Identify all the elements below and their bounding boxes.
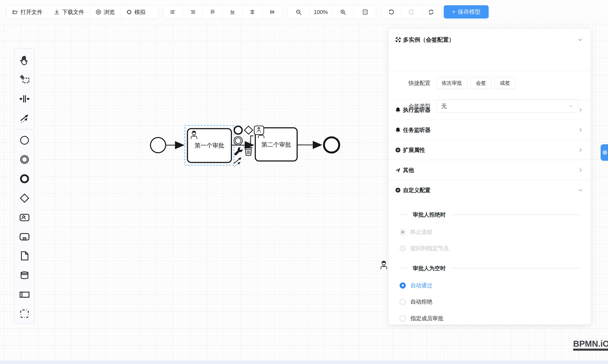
section-label: 任务监听器 bbox=[403, 126, 430, 134]
create-data-store[interactable] bbox=[15, 266, 34, 285]
align-left-icon bbox=[170, 9, 176, 15]
task1-label: 第一个审批 bbox=[195, 142, 224, 149]
radio-terminate-process[interactable]: 终止流程 bbox=[400, 228, 432, 236]
create-call-activity[interactable] bbox=[15, 227, 34, 246]
create-end-event[interactable] bbox=[15, 169, 34, 188]
zoom-in-button[interactable] bbox=[332, 5, 354, 19]
chip-icon bbox=[126, 9, 132, 15]
align-top-button[interactable] bbox=[203, 5, 223, 19]
section-label: 自定义配置 bbox=[403, 187, 430, 194]
hand-icon bbox=[19, 55, 30, 66]
section-list: 执行监听器 任务监听器 扩展属性 bbox=[389, 100, 591, 200]
chevron-right-icon bbox=[578, 147, 583, 153]
append-gateway-icon[interactable] bbox=[244, 126, 253, 134]
settings-tab[interactable] bbox=[601, 144, 608, 161]
empty-sub-header: 审批人为空时 bbox=[389, 264, 591, 273]
radio-unchecked-disabled bbox=[400, 245, 406, 251]
quick-option-orsign[interactable]: 或签 bbox=[495, 77, 515, 89]
align-center-horizontal-button[interactable] bbox=[242, 5, 262, 19]
create-user-task[interactable] bbox=[15, 208, 34, 227]
shape-palette bbox=[14, 48, 35, 324]
save-model-button[interactable]: + 保存模型 bbox=[444, 5, 489, 18]
multi-instance-icon bbox=[395, 37, 401, 43]
chevron-down-icon bbox=[578, 37, 583, 42]
section-execution-listener[interactable]: 执行监听器 bbox=[389, 100, 591, 120]
section-task-listener[interactable]: 任务监听器 bbox=[389, 120, 591, 140]
align-bottom-button[interactable] bbox=[223, 5, 242, 19]
toolbar: 打开文件 下载文件 浏览 模拟 bbox=[0, 5, 608, 19]
hand-tool[interactable] bbox=[15, 51, 34, 70]
radio-assign-member[interactable]: 指定成员审批 bbox=[400, 314, 443, 323]
refresh-button[interactable] bbox=[421, 5, 441, 19]
section-other[interactable]: 其他 bbox=[389, 160, 591, 180]
redo-button[interactable] bbox=[401, 5, 421, 19]
palette-separator bbox=[16, 129, 33, 129]
reject-header-label: 审批人拒绝时 bbox=[413, 211, 446, 219]
gateway-icon bbox=[19, 193, 30, 204]
lasso-tool[interactable] bbox=[15, 70, 34, 89]
simulate-button[interactable]: 模拟 bbox=[120, 5, 151, 19]
align-center-horizontal-icon bbox=[249, 9, 255, 15]
folder-open-icon bbox=[12, 9, 18, 15]
space-tool[interactable] bbox=[15, 89, 34, 109]
radio-checked bbox=[400, 283, 406, 289]
download-file-label: 下载文件 bbox=[62, 8, 84, 16]
radio-label: 自动通过 bbox=[410, 282, 432, 289]
data-store-icon bbox=[19, 270, 30, 281]
call-activity-icon bbox=[19, 231, 30, 242]
zoom-out-button[interactable] bbox=[288, 5, 310, 19]
section-extended-attributes[interactable]: 扩展属性 bbox=[389, 140, 591, 160]
append-user-task-icon[interactable] bbox=[254, 126, 264, 135]
radio-auto-pass[interactable]: 自动通过 bbox=[400, 281, 432, 290]
save-model-label: 保存模型 bbox=[458, 8, 481, 16]
start-event-icon bbox=[19, 135, 30, 146]
radio-return-to-node[interactable]: 驳回到指定节点 bbox=[400, 244, 449, 252]
append-intermediate-event-icon[interactable] bbox=[234, 136, 242, 145]
download-file-button[interactable]: 下载文件 bbox=[48, 5, 90, 19]
zoom-in-icon bbox=[340, 9, 346, 15]
radio-label: 自动拒绝 bbox=[410, 298, 432, 305]
section-custom-config[interactable]: 自定义配置 bbox=[389, 180, 591, 200]
align-center-vertical-button[interactable] bbox=[262, 5, 282, 19]
open-file-button[interactable]: 打开文件 bbox=[7, 5, 48, 19]
create-group[interactable] bbox=[15, 304, 34, 324]
create-gateway[interactable] bbox=[15, 188, 34, 208]
fit-viewport-button[interactable] bbox=[354, 5, 376, 19]
send-icon bbox=[395, 167, 401, 173]
open-file-label: 打开文件 bbox=[21, 8, 42, 16]
quick-option-sequential[interactable]: 依次审批 bbox=[436, 77, 467, 89]
append-end-event-icon[interactable] bbox=[234, 126, 242, 134]
preview-button[interactable]: 浏览 bbox=[90, 5, 120, 19]
align-left-button[interactable] bbox=[163, 5, 183, 19]
chevron-right-icon bbox=[578, 168, 583, 173]
reject-sub-header: 审批人拒绝时 bbox=[389, 210, 591, 219]
quick-option-countersign[interactable]: 会签 bbox=[471, 77, 491, 89]
section-label: 扩展属性 bbox=[403, 146, 425, 154]
plus-circle-icon bbox=[395, 147, 401, 153]
data-object-icon bbox=[19, 250, 30, 261]
multi-instance-header[interactable]: 多实例（会签配置） bbox=[389, 34, 591, 46]
plus-icon: + bbox=[452, 8, 456, 15]
create-start-event[interactable] bbox=[15, 130, 34, 150]
radio-auto-reject[interactable]: 自动拒绝 bbox=[400, 298, 432, 306]
task2-label: 第二个审批 bbox=[261, 141, 291, 148]
end-event[interactable] bbox=[324, 137, 339, 153]
zoom-level[interactable]: 100% bbox=[310, 5, 332, 19]
align-right-button[interactable] bbox=[183, 5, 203, 19]
delete-trash-icon[interactable] bbox=[245, 146, 252, 156]
create-participant-pool[interactable] bbox=[15, 285, 34, 304]
bell-icon bbox=[395, 107, 401, 113]
undo-button[interactable] bbox=[382, 5, 401, 19]
end-event-icon bbox=[19, 173, 30, 184]
bpmn-io-logo[interactable]: BPMN.iO bbox=[573, 339, 608, 351]
change-type-wrench-icon[interactable] bbox=[234, 147, 243, 156]
start-event[interactable] bbox=[150, 138, 166, 153]
chevron-right-icon bbox=[578, 127, 583, 132]
create-data-object[interactable] bbox=[15, 246, 34, 266]
connect-arrows-icon[interactable] bbox=[234, 157, 241, 167]
align-group bbox=[163, 5, 282, 19]
section-label: 其他 bbox=[403, 167, 414, 174]
global-connect-tool[interactable] bbox=[15, 109, 34, 128]
create-intermediate-event[interactable] bbox=[15, 150, 34, 169]
file-group: 打开文件 下载文件 浏览 模拟 bbox=[6, 5, 159, 19]
